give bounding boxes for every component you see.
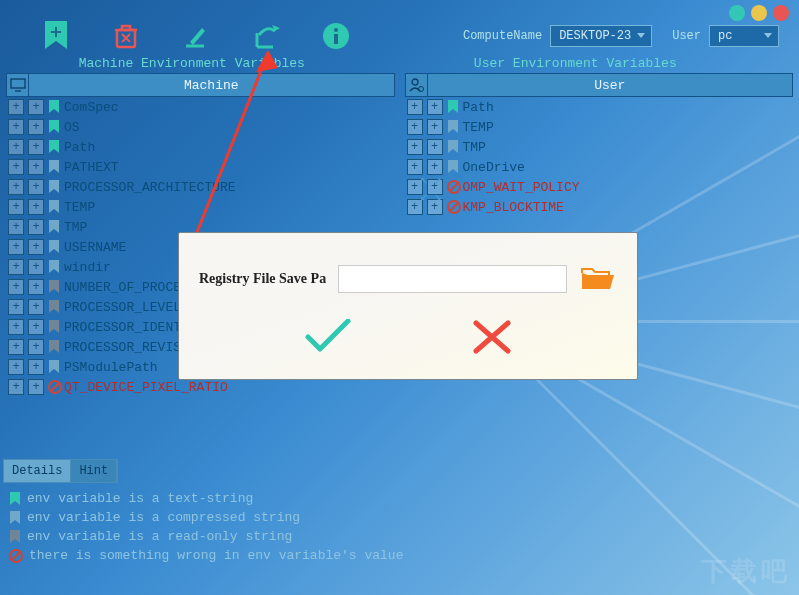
bookmark-icon [48,160,60,174]
expand-icon[interactable]: + [8,99,24,115]
legend-text-2: env variable is a compressed string [27,510,300,525]
var-row-user[interactable]: ++Path [405,97,794,117]
var-name: TEMP [64,200,95,215]
expand-icon[interactable]: + [8,359,24,375]
legend-text-3: env variable is a read-only string [27,529,292,544]
bookmark-icon [447,100,459,114]
expand-icon[interactable]: + [8,139,24,155]
expand-icon[interactable]: + [8,299,24,315]
bookmark-icon [48,360,60,374]
machine-header: Machine [6,73,395,97]
expand-icon[interactable]: + [28,259,44,275]
expand-icon[interactable]: + [28,99,44,115]
expand-icon[interactable]: + [28,339,44,355]
legend-panel: env variable is a text-string env variab… [3,489,796,565]
expand-icon[interactable]: + [28,379,44,395]
var-row-machine[interactable]: ++ComSpec [6,97,395,117]
expand-icon[interactable]: + [28,159,44,175]
expand-icon[interactable]: + [28,299,44,315]
expand-icon[interactable]: + [8,219,24,235]
edit-icon[interactable] [180,20,212,52]
user-select[interactable]: pc [709,25,779,47]
expand-icon[interactable]: + [8,179,24,195]
expand-icon[interactable]: + [8,259,24,275]
user-section-title: User Environment Variables [384,56,768,71]
add-bookmark-icon[interactable] [40,20,72,52]
svg-point-2 [334,28,338,32]
monitor-icon [7,74,29,96]
export-icon[interactable] [250,20,282,52]
expand-icon[interactable]: + [8,199,24,215]
svg-point-8 [419,87,424,92]
var-name: OneDrive [463,160,525,175]
var-row-user[interactable]: ++OneDrive [405,157,794,177]
expand-icon[interactable]: + [28,279,44,295]
expand-icon[interactable]: + [8,119,24,135]
expand-icon[interactable]: + [28,239,44,255]
svg-line-12 [450,203,458,211]
browse-folder-icon[interactable] [579,263,617,295]
var-row-machine[interactable]: ++Path [6,137,395,157]
expand-icon[interactable]: + [407,119,423,135]
expand-icon[interactable]: + [8,379,24,395]
expand-icon[interactable]: + [427,99,443,115]
expand-icon[interactable]: + [28,359,44,375]
expand-icon[interactable]: + [427,139,443,155]
expand-icon[interactable]: + [8,159,24,175]
machine-section-title: Machine Environment Variables [0,56,384,71]
var-name: ComSpec [64,100,119,115]
tab-hint[interactable]: Hint [71,460,117,482]
save-dialog: Registry File Save Pa [178,232,638,380]
delete-icon[interactable] [110,20,142,52]
expand-icon[interactable]: + [28,139,44,155]
expand-icon[interactable]: + [28,319,44,335]
var-row-user[interactable]: ++KMP_BLOCKTIME [405,197,794,217]
var-row-user[interactable]: ++OMP_WAIT_POLICY [405,177,794,197]
expand-icon[interactable]: + [28,219,44,235]
var-row-machine[interactable]: ++QT_DEVICE_PIXEL_RATIO [6,377,395,397]
var-row-machine[interactable]: ++PATHEXT [6,157,395,177]
expand-icon[interactable]: + [427,119,443,135]
info-icon[interactable] [320,20,352,52]
bookmark-icon [48,300,60,314]
bookmark-icon [447,140,459,154]
var-name: windir [64,260,111,275]
expand-icon[interactable]: + [28,179,44,195]
expand-icon[interactable]: + [28,119,44,135]
error-icon [447,180,459,194]
error-icon [447,200,459,214]
computename-label: ComputeName [463,29,542,43]
bookmark-icon [48,240,60,254]
var-name: TEMP [463,120,494,135]
expand-icon[interactable]: + [8,319,24,335]
computename-select[interactable]: DESKTOP-23 [550,25,652,47]
expand-icon[interactable]: + [407,99,423,115]
bookmark-icon [48,140,60,154]
var-row-machine[interactable]: ++OS [6,117,395,137]
user-label: User [672,29,701,43]
var-row-machine[interactable]: ++TEMP [6,197,395,217]
expand-controls[interactable]: ↖↗ ↙↘ [420,172,442,204]
expand-icon[interactable]: + [8,239,24,255]
bookmark-icon [447,120,459,134]
expand-icon[interactable]: + [28,199,44,215]
bookmark-icon [48,260,60,274]
save-path-input[interactable] [338,265,567,293]
tab-details[interactable]: Details [4,460,71,482]
var-row-machine[interactable]: ++PROCESSOR_ARCHITECTURE [6,177,395,197]
confirm-button[interactable] [304,319,352,359]
var-row-user[interactable]: ++TEMP [405,117,794,137]
var-row-user[interactable]: ++TMP [405,137,794,157]
user-icon [406,74,428,96]
bookmark-icon [48,120,60,134]
bookmark-icon [48,280,60,294]
var-name: TMP [463,140,486,155]
cancel-button[interactable] [472,319,512,359]
expand-icon[interactable]: + [8,339,24,355]
var-name: PATHEXT [64,160,119,175]
expand-icon[interactable]: + [407,139,423,155]
bookmark-icon [48,180,60,194]
expand-icon[interactable]: + [8,279,24,295]
var-name: OMP_WAIT_POLICY [463,180,580,195]
svg-line-10 [450,183,458,191]
